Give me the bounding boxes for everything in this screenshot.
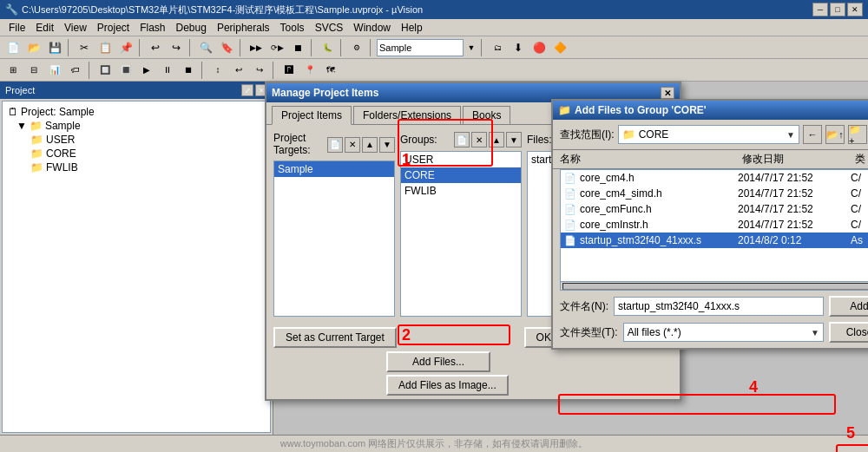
sep7 <box>370 39 373 56</box>
groups-list[interactable]: USER CORE FWLIB <box>400 151 522 317</box>
target-up-btn[interactable]: ▲ <box>362 137 378 153</box>
menu-svcs[interactable]: SVCS <box>310 20 349 36</box>
file-row-4[interactable]: 📄 startup_stm32f40_41xxx.s 2014/8/2 0:12… <box>561 233 868 248</box>
folder-icon-fwlib: 📁 <box>30 161 43 174</box>
project-tree[interactable]: 🗒 Project: Sample ▼ 📁 Sample 📁 USER 📁 CO… <box>2 101 271 433</box>
addfiles-back-btn[interactable]: ← <box>803 125 822 144</box>
tool2-4[interactable]: 🏷 <box>66 61 85 80</box>
menu-flash[interactable]: Flash <box>135 20 170 36</box>
menu-debug[interactable]: Debug <box>171 20 212 36</box>
target-new-btn[interactable]: 📄 <box>327 137 343 153</box>
bookmarks-button[interactable]: 🔖 <box>217 38 236 57</box>
group-up-btn[interactable]: ▲ <box>489 132 504 147</box>
close-button-addfiles[interactable]: Close <box>829 322 868 343</box>
tree-item-project[interactable]: 🗒 Project: Sample <box>6 105 266 119</box>
tree-item-user[interactable]: 📁 USER <box>6 133 266 147</box>
tool2-5[interactable]: 🔲 <box>95 61 115 80</box>
group-delete-btn[interactable]: ✕ <box>471 132 487 147</box>
target-list-item-sample[interactable]: Sample <box>274 161 394 177</box>
addfiles-path-combo[interactable]: 📁 CORE ▼ <box>618 125 799 144</box>
file-row-2[interactable]: 📄 core_cmFunc.h 2014/7/17 21:52 C/ <box>561 201 868 217</box>
minimize-button[interactable]: ─ <box>812 3 828 16</box>
tool2-14[interactable]: 📍 <box>300 61 319 80</box>
add-button[interactable]: Add <box>829 296 868 317</box>
group-new-btn[interactable]: 📄 <box>454 132 470 147</box>
tool2-13[interactable]: 🅿 <box>279 61 299 80</box>
tool2-1[interactable]: ⊞ <box>3 61 23 80</box>
rebuild-button[interactable]: ⟳▶ <box>267 38 286 57</box>
addfiles-hscroll[interactable] <box>560 282 868 291</box>
cut-button[interactable]: ✂ <box>75 38 94 57</box>
target-select[interactable]: Sample <box>377 39 464 56</box>
menu-tools[interactable]: Tools <box>275 20 310 36</box>
addfiles-up-btn[interactable]: 📂↑ <box>825 125 845 144</box>
file-row-3[interactable]: 📄 core_cmInstr.h 2014/7/17 21:52 C/ <box>561 217 868 233</box>
tool2-11[interactable]: ↩ <box>229 61 248 80</box>
addfiles-file-list[interactable]: 📄 core_cm4.h 2014/7/17 21:52 C/ 📄 core_c… <box>560 169 868 282</box>
flash-erase-button[interactable]: 🔴 <box>529 38 549 57</box>
target-down-btn[interactable]: ▼ <box>379 137 395 153</box>
tool2-2[interactable]: ⊟ <box>24 61 43 80</box>
main-layout: Project ⤢ ✕ 🗒 Project: Sample ▼ 📁 Sample… <box>0 82 868 435</box>
group-user[interactable]: USER <box>401 152 521 167</box>
menu-help[interactable]: Help <box>396 20 428 36</box>
title-bar: 🔧 C:\Users\97205\Desktop\STM32单片机\STM32F… <box>0 0 868 19</box>
open-button[interactable]: 📂 <box>24 38 43 57</box>
close-button[interactable]: ✕ <box>847 3 863 16</box>
flash-download-button[interactable]: ⬇ <box>509 38 528 57</box>
filetype-combo[interactable]: All files (*.*) ▼ <box>623 323 824 342</box>
project-targets-list[interactable]: Sample <box>273 160 395 317</box>
tool2-12[interactable]: ↪ <box>250 61 269 80</box>
dialog-manage-close[interactable]: ✕ <box>661 87 674 99</box>
redo-button[interactable]: ↪ <box>167 38 186 57</box>
target-delete-btn[interactable]: ✕ <box>345 137 360 153</box>
search-button[interactable]: 🔍 <box>196 38 215 57</box>
new-file-button[interactable]: 📄 <box>3 38 23 57</box>
undo-button[interactable]: ↩ <box>146 38 165 57</box>
tree-item-target[interactable]: ▼ 📁 Sample <box>6 119 266 133</box>
maximize-button[interactable]: □ <box>830 3 845 16</box>
panel-float-button[interactable]: ⤢ <box>241 84 253 96</box>
menu-view[interactable]: View <box>59 20 92 36</box>
target-combo-arrow[interactable]: ▼ <box>465 38 477 57</box>
group-down-btn[interactable]: ▼ <box>506 132 522 147</box>
menu-project[interactable]: Project <box>92 20 135 36</box>
tool2-8[interactable]: ⏸ <box>158 61 177 80</box>
menu-file[interactable]: File <box>3 20 30 36</box>
tab-books[interactable]: Books <box>463 106 510 124</box>
build-button[interactable]: ▶▶ <box>247 38 266 57</box>
tab-project-items[interactable]: Project Items <box>272 106 352 125</box>
tool2-15[interactable]: 🗺 <box>321 61 340 80</box>
tab-folders-ext[interactable]: Folders/Extensions <box>353 106 461 124</box>
add-files-image-button[interactable]: Add Files as Image... <box>386 375 509 396</box>
debug-start-button[interactable]: 🐛 <box>318 38 337 57</box>
menu-window[interactable]: Window <box>348 20 396 36</box>
add-files-button[interactable]: Add Files... <box>386 351 490 372</box>
copy-button[interactable]: 📋 <box>95 38 115 57</box>
menu-peripherals[interactable]: Peripherals <box>212 20 275 36</box>
group-fwlib[interactable]: FWLIB <box>401 183 521 199</box>
filename-input[interactable]: startup_stm32f40_41xxx.s <box>614 297 824 316</box>
tool2-6[interactable]: 🔳 <box>116 61 135 80</box>
addfiles-newfolder-btn[interactable]: 📁+ <box>848 125 867 144</box>
manage-project-button[interactable]: 🗂 <box>488 38 507 57</box>
tool2-3[interactable]: 📊 <box>45 61 64 80</box>
file-row-0[interactable]: 📄 core_cm4.h 2014/7/17 21:52 C/ <box>561 170 868 186</box>
file-row-1[interactable]: 📄 core_cm4_simd.h 2014/7/17 21:52 C/ <box>561 186 868 201</box>
set-current-target-button[interactable]: Set as Current Target <box>273 327 397 348</box>
tree-item-fwlib[interactable]: 📁 FWLIB <box>6 160 266 174</box>
target-options-button[interactable]: ⚙ <box>347 38 366 57</box>
flash-config-button[interactable]: 🔶 <box>550 38 569 57</box>
target-icon: 📁 <box>30 120 43 132</box>
addfiles-path-icon: 📁 <box>622 128 635 141</box>
tool2-10[interactable]: ↕ <box>208 61 227 80</box>
tree-item-core[interactable]: 📁 CORE <box>6 147 266 160</box>
group-core[interactable]: CORE <box>401 167 521 183</box>
save-button[interactable]: 💾 <box>45 38 64 57</box>
paste-button[interactable]: 📌 <box>116 38 135 57</box>
menu-edit[interactable]: Edit <box>30 20 59 36</box>
toolbar-secondary: ⊞ ⊟ 📊 🏷 🔲 🔳 ▶ ⏸ ⏹ ↕ ↩ ↪ 🅿 📍 🗺 <box>0 59 868 82</box>
tool2-7[interactable]: ▶ <box>137 61 156 80</box>
stop-button[interactable]: ⏹ <box>288 38 307 57</box>
tool2-9[interactable]: ⏹ <box>179 61 198 80</box>
